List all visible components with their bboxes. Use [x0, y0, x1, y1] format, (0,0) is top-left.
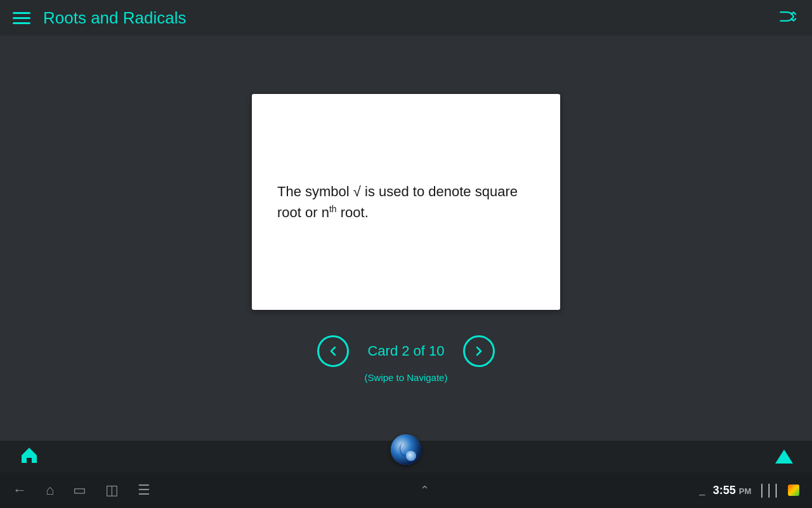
android-nav-right: ⎯ 3:55 PM │││ — [699, 484, 799, 497]
android-nav-left: ← ⌂ ▭ ◫ ☰ — [13, 482, 150, 498]
logo-graphic — [391, 434, 421, 465]
flashcard[interactable]: The symbol √ is used to denote square ro… — [252, 94, 560, 310]
next-card-button[interactable] — [463, 335, 495, 367]
menu-android-button[interactable]: ☰ — [138, 482, 150, 498]
card-counter: Card 2 of 10 — [362, 343, 450, 359]
home-button[interactable] — [19, 445, 39, 468]
nav-controls: Card 2 of 10 — [317, 335, 495, 367]
wifi-icon: │││ — [759, 484, 780, 497]
qr-button[interactable]: ◫ — [105, 482, 119, 498]
swipe-hint: (Swipe to Navigate) — [365, 372, 448, 383]
home-icon — [19, 445, 39, 465]
shuffle-button[interactable] — [779, 9, 799, 27]
scroll-up-button[interactable] — [775, 450, 793, 464]
header-left: Roots and Radicals — [13, 8, 186, 28]
recents-button[interactable]: ▭ — [73, 482, 86, 498]
nav-area: Card 2 of 10 (Swipe to Navigate) — [317, 335, 495, 383]
android-home-button[interactable]: ⌂ — [46, 482, 54, 498]
up-chevron-button[interactable]: ⌃ — [420, 483, 429, 497]
svg-point-0 — [391, 434, 421, 465]
header: Roots and Radicals — [0, 0, 812, 36]
main-content: The symbol √ is used to denote square ro… — [0, 36, 812, 441]
next-arrow-icon — [471, 344, 487, 359]
flashcard-text: The symbol √ is used to denote square ro… — [277, 181, 535, 223]
android-nav-bar: ← ⌂ ▭ ◫ ☰ ⌃ ⎯ 3:55 PM │││ — [0, 472, 812, 508]
battery-icon: ⎯ — [699, 485, 705, 496]
prev-card-button[interactable] — [317, 335, 349, 367]
svg-point-1 — [406, 451, 414, 458]
app-title: Roots and Radicals — [43, 8, 186, 28]
shuffle-icon — [779, 9, 799, 24]
menu-button[interactable] — [13, 12, 30, 24]
android-icon — [788, 485, 799, 496]
prev-arrow-icon — [325, 344, 341, 359]
app-logo — [391, 434, 421, 465]
clock: 3:55 PM — [713, 484, 752, 497]
back-button[interactable]: ← — [13, 482, 27, 498]
